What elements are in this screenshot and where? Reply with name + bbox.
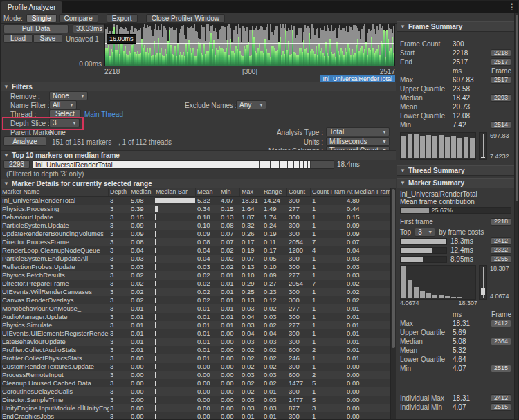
details-table-header[interactable]: Marker NameDepthMedianMedian BarMeanMinM…	[1, 188, 390, 197]
name-filter-dropdown[interactable]: All▼	[49, 100, 77, 109]
column-header[interactable]: Count Frame	[311, 188, 345, 196]
details-scrollbar[interactable]	[390, 188, 396, 420]
cell-at-median-frame: 4.80	[345, 197, 390, 205]
units-dropdown[interactable]: Milliseconds▼	[326, 137, 390, 146]
tab-profile-analyzer[interactable]: Profile Analyzer	[1, 1, 62, 13]
column-header[interactable]: Range	[262, 188, 287, 196]
frame-link-button[interactable]: 2322	[491, 246, 511, 254]
frame-link-button[interactable]: 2255	[491, 255, 511, 263]
median-frame-button[interactable]: 2293	[3, 160, 30, 169]
frame-link-button[interactable]: 2515	[491, 365, 511, 372]
frame-link-button[interactable]: 2412	[491, 237, 511, 245]
table-row[interactable]: ProcessRemoteInput 3 0.00 0.00 0.00 0.03…	[1, 371, 390, 379]
save-button[interactable]: Save	[33, 34, 62, 43]
frame-link-button[interactable]: 2514	[491, 121, 511, 129]
table-row[interactable]: UpdateRendererBoundingVolumes 3 0.09 0.0…	[1, 230, 390, 238]
exclude-names-dropdown[interactable]: Any▼	[236, 100, 266, 109]
column-header[interactable]: Mean	[196, 188, 219, 196]
table-row[interactable]: Profiler.CollectPhysicsStats 3 0.00 0.01…	[1, 354, 390, 363]
table-row[interactable]: CustomRenderTextures.Update 3 0.00 0.00 …	[1, 363, 390, 371]
cell-mean: 0.01	[196, 304, 219, 313]
table-row[interactable]: UIEvents.WillRenderCanvases 3 0.02 0.02 …	[1, 288, 390, 296]
name-filter-value: All	[53, 101, 60, 109]
histogram-bar	[408, 280, 412, 298]
axis-min-label: 4.0674	[400, 300, 419, 307]
table-row[interactable]: Physics.Simulate 3 0.01 0.01 0.01 0.03 0…	[1, 321, 390, 329]
thread-value-link[interactable]: Main Thread	[84, 111, 123, 118]
analyze-button[interactable]: Analyze	[3, 136, 46, 146]
table-row[interactable]: Cleanup Unused Cached Data 3 0.00 0.00 0…	[1, 379, 390, 387]
frame-link-button[interactable]: 2515	[491, 403, 511, 411]
frame-link-button[interactable]: 2218	[491, 218, 511, 226]
frame-link-button[interactable]: 2412	[491, 320, 511, 327]
thread-select-button[interactable]: Select	[49, 109, 81, 118]
table-row[interactable]: BehaviourUpdate 3 0.15 0.18 0.13 1.87 1.…	[1, 213, 390, 221]
table-row[interactable]: Profiler.CollectAudioStats 3 0.01 0.01 0…	[1, 346, 390, 354]
column-header[interactable]: Median Bar	[154, 188, 196, 196]
thread-summary-header[interactable]: ▼ Thread Summary	[397, 165, 514, 176]
scale-dropdown[interactable]: 33.33ms▼	[73, 24, 104, 33]
contribution-label: Mean frame contribution	[397, 198, 514, 206]
frame-link-button[interactable]: 2364	[491, 338, 511, 345]
table-row[interactable]: Director.PrepareFrame 3 0.02 0.02 0.01 0…	[1, 280, 390, 288]
histogram-bar	[470, 138, 475, 158]
tab-strip: Profile Analyzer ⋮	[1, 1, 519, 13]
close-profiler-button[interactable]: Close Profiler Window	[146, 14, 225, 23]
frame-time-graph[interactable]: 16.00ms	[104, 24, 395, 66]
table-row[interactable]: ParticleSystem.EndUpdateAll 3 0.03 0.04 …	[1, 255, 390, 263]
top-markers-header[interactable]: ▼ Top 10 markers on median frame	[1, 150, 396, 160]
frame-link-button[interactable]: 2517	[491, 58, 511, 66]
cell-range: 0.02	[262, 379, 287, 387]
mode-compare-button[interactable]: Compare	[59, 14, 98, 23]
histogram-bar	[464, 137, 468, 158]
export-button[interactable]: Export	[107, 14, 138, 23]
table-row[interactable]: Monobehaviour.OnMouse_ 3 0.01 0.01 0.01 …	[1, 304, 390, 313]
cell-count-frame: 1	[311, 288, 345, 296]
cell-max: 0.03	[240, 304, 262, 313]
table-row[interactable]: CoroutinesDelayedCalls 3 0.00 0.00 0.00 …	[1, 387, 390, 396]
remove-dropdown[interactable]: None▼	[49, 91, 88, 100]
frame-link-button[interactable]: 2218	[491, 49, 511, 57]
table-row[interactable]: Inl_UniversalRenderTotal 3 5.08 5.32 4.0…	[1, 197, 390, 205]
frame-link-button[interactable]: 2293	[491, 94, 511, 102]
table-row[interactable]: Physics.FetchResults 3 0.02 0.02 0.01 0.…	[1, 271, 390, 280]
frame-link-button[interactable]: 2517	[491, 76, 511, 84]
details-scrollbar-thumb[interactable]	[392, 189, 395, 348]
column-header[interactable]: Depth	[109, 188, 129, 196]
panel-scrollbar[interactable]	[514, 13, 519, 420]
table-row[interactable]: Physics.Processing 3 0.39 0.34 0.15 1.64…	[1, 205, 390, 213]
column-header[interactable]: Marker Name	[1, 188, 109, 196]
depth-slice-dropdown[interactable]: 3▼	[49, 118, 80, 127]
load-button[interactable]: Load	[3, 34, 33, 43]
table-row[interactable]: ParticleSystem.Update 3 0.09 0.10 0.08 0…	[1, 221, 390, 230]
analysis-type-dropdown[interactable]: Total▼	[326, 127, 390, 136]
top-n-dropdown[interactable]: 3▼	[415, 228, 435, 237]
frame-summary-header[interactable]: ▼ Frame Summary	[397, 21, 514, 32]
column-header[interactable]: Max	[240, 188, 262, 196]
table-row[interactable]: ReflectionProbes.Update 3 0.03 0.03 0.02…	[1, 263, 390, 271]
panel-scrollbar-thumb[interactable]	[516, 15, 519, 201]
table-row[interactable]: EndGraphicsJobs 3 0.00 0.00 0.00 0.01 0.…	[1, 412, 390, 420]
column-header[interactable]: Count	[287, 188, 311, 196]
table-row[interactable]: Director.SampleTime 3 0.00 0.00 0.00 0.0…	[1, 396, 390, 404]
kebab-menu-icon[interactable]: ⋮	[508, 1, 516, 12]
table-row[interactable]: AudioManager.Update 3 0.01 0.01 0.01 0.0…	[1, 313, 390, 321]
table-row[interactable]: UIEvents.UIElementsRegisterRenderers 3 0…	[1, 329, 390, 338]
cell-marker-name: ParticleSystem.Update	[1, 221, 109, 230]
table-row[interactable]: Canvas.RenderOverlays 3 0.02 0.02 0.01 0…	[1, 296, 390, 304]
cost-bar-fill	[401, 239, 446, 244]
marker-summary-header[interactable]: ▼ Marker Summary	[397, 178, 514, 188]
column-header[interactable]: Median	[129, 188, 154, 196]
marker-details-header[interactable]: ▼ Marker Details for currently selected …	[1, 179, 396, 188]
mode-single-button[interactable]: Single	[26, 14, 57, 23]
marker-histogram	[400, 265, 476, 300]
pull-data-button[interactable]: Pull Data	[3, 24, 69, 33]
table-row[interactable]: Director.ProcessFrame 3 0.08 0.08 0.07 0…	[1, 238, 390, 246]
table-row[interactable]: LateBehaviourUpdate 3 0.01 0.01 0.00 0.0…	[1, 338, 390, 346]
column-header[interactable]: At Median Frame	[345, 188, 390, 196]
table-row[interactable]: UnityEngine.InputModule.dllUnityEngineIn…	[1, 404, 390, 412]
table-row[interactable]: RenderLoop.CleanupNodeQueue 3 0.04 0.04 …	[1, 246, 390, 255]
frame-link-button[interactable]: 2412	[491, 394, 511, 402]
column-header[interactable]: Min	[219, 188, 240, 196]
filters-header[interactable]: ▼ Filters	[1, 82, 396, 91]
